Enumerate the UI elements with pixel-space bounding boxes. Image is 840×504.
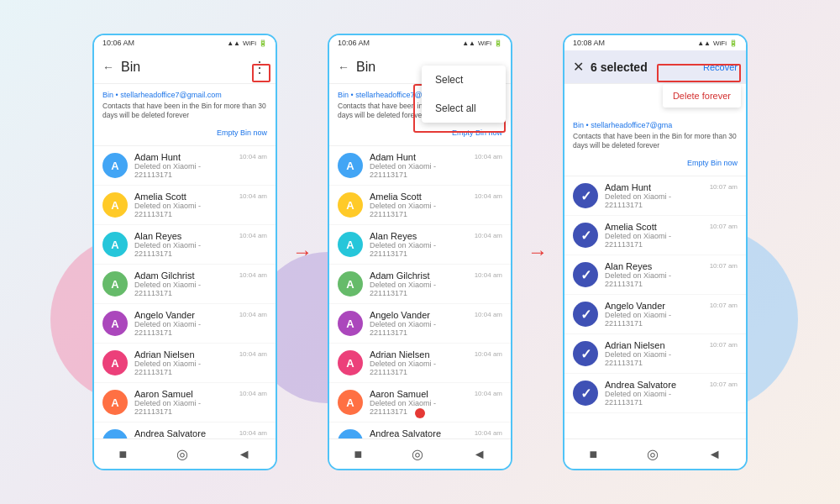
nav-back-2[interactable]: ◄ [473,447,486,462]
avatar: A [338,390,363,415]
avatar: A [338,350,363,375]
empty-bin-btn-3[interactable]: Empty Bin now [573,150,738,172]
contact-name: Angelo Vander [605,301,703,311]
contact-list-1: AAdam HuntDeleted on Xiaomi - 2211131711… [94,146,276,438]
email-1: Bin • stellarheadoffice7@gmail.com [102,91,267,99]
nav-circle-3[interactable]: ◎ [647,446,659,462]
contact-item[interactable]: ✓Amelia ScottDeleted on Xiaomi - 2211131… [564,216,746,255]
recover-button-3[interactable]: Recover [703,62,738,72]
contact-time: 10:07 am [710,222,738,230]
nav-square-3[interactable]: ■ [589,447,597,462]
contact-time: 10:04 am [475,349,502,358]
contact-item[interactable]: ✓Angelo VanderDeleted on Xiaomi - 221113… [564,295,746,334]
status-icons-3: ▲▲ WiFi 🔋 [697,39,738,47]
contact-item[interactable]: AAdrian NielsenDeleted on Xiaomi - 22111… [94,344,276,383]
contact-name: Adam Hunt [605,182,703,192]
contact-item[interactable]: AAndrea SalvatoreDeleted on Xiaomi - 221… [329,423,511,438]
avatar: A [102,311,128,336]
contact-item[interactable]: AAdam HuntDeleted on Xiaomi - 2211131711… [329,146,511,186]
avatar: ✓ [573,381,598,406]
contact-item[interactable]: AAlan ReyesDeleted on Xiaomi - 221113171… [94,225,276,265]
contact-time: 10:07 am [710,182,738,191]
contact-sub: Deleted on Xiaomi - 221113171 [370,241,468,258]
info-section-3: Bin • stellarheadoffice7@gma Contacts th… [564,114,746,176]
contact-name: Andrea Salvatore [370,428,468,438]
info-section-1: Bin • stellarheadoffice7@gmail.com Conta… [94,84,276,146]
contact-info: Adrian NielsenDeleted on Xiaomi - 221113… [370,349,468,376]
contact-sub: Deleted on Xiaomi - 221113171 [605,192,703,209]
back-button-2[interactable]: ← [338,60,349,74]
contact-name: Amelia Scott [134,192,233,202]
nav-back-1[interactable]: ◄ [238,447,251,462]
contact-info: Andrea SalvatoreDeleted on Xiaomi - 2211… [134,428,233,438]
avatar: ✓ [573,223,598,248]
contact-item[interactable]: AAdam GilchristDeleted on Xiaomi - 22111… [329,265,511,304]
delete-forever-btn[interactable]: Delete forever [663,84,741,108]
avatar: ✓ [573,183,598,208]
contact-time: 10:07 am [710,340,738,349]
contact-item[interactable]: AAdam HuntDeleted on Xiaomi - 2211131711… [94,146,276,186]
contact-sub: Deleted on Xiaomi - 221113171 [134,399,233,416]
contact-time: 10:04 am [239,231,267,239]
nav-square-1[interactable]: ■ [118,447,127,462]
warning-1: Contacts that have been in the Bin for m… [102,102,267,120]
contact-info: Amelia ScottDeleted on Xiaomi - 22111317… [370,192,468,218]
dropdown-select-all[interactable]: Select all [422,94,506,123]
contact-info: Adam GilchristDeleted on Xiaomi - 221113… [134,270,233,297]
contact-item[interactable]: ✓Andrea SalvatoreDeleted on Xiaomi - 221… [564,374,746,413]
avatar: A [102,192,128,218]
active-dot [415,408,425,418]
selected-count-3: 6 selected [591,60,648,74]
contact-time: 10:04 am [239,310,267,318]
close-button-3[interactable]: ✕ [573,59,584,75]
check-icon: ✓ [580,228,591,244]
menu-button-1[interactable]: ⋮ [252,58,267,76]
check-icon: ✓ [580,307,591,323]
nav-square-2[interactable]: ■ [354,447,362,462]
contact-item[interactable]: AAaron SamuelDeleted on Xiaomi - 2211131… [94,383,276,423]
arrow-1: → [292,240,312,264]
contact-item[interactable]: AAndrea SalvatoreDeleted on Xiaomi - 221… [94,423,276,438]
contact-item[interactable]: AAdrian NielsenDeleted on Xiaomi - 22111… [329,344,511,383]
contact-name: Andrea Salvatore [605,380,703,390]
contact-name: Adam Hunt [370,152,468,162]
contact-info: Adrian NielsenDeleted on Xiaomi - 221113… [134,349,233,376]
avatar: A [102,271,128,297]
avatar: A [102,350,128,375]
back-button-1[interactable]: ← [102,60,114,74]
contact-info: Aaron SamuelDeleted on Xiaomi - 22111317… [134,389,233,416]
contact-info: Angelo VanderDeleted on Xiaomi - 2211131… [134,310,233,337]
contact-item[interactable]: AAngelo VanderDeleted on Xiaomi - 221113… [94,304,276,344]
contact-info: Alan ReyesDeleted on Xiaomi - 221113171 [134,231,233,258]
contact-item[interactable]: AAlan ReyesDeleted on Xiaomi - 221113171… [329,225,511,265]
contact-time: 10:04 am [475,192,502,200]
warning-3: Contacts that have been in the Bin for m… [573,132,738,150]
contact-info: Angelo VanderDeleted on Xiaomi - 2211131… [370,310,468,337]
status-bar-3: 10:08 AM ▲▲ WiFi 🔋 [564,35,746,50]
nav-circle-2[interactable]: ◎ [412,446,423,462]
contact-sub: Deleted on Xiaomi - 221113171 [134,202,233,218]
contact-item[interactable]: AAngelo VanderDeleted on Xiaomi - 221113… [329,304,511,344]
nav-circle-1[interactable]: ◎ [176,446,188,462]
contact-item[interactable]: AAmelia ScottDeleted on Xiaomi - 2211131… [329,186,511,225]
wifi-icon-1: WiFi [243,39,256,47]
email-3: Bin • stellarheadoffice7@gma [573,121,738,129]
empty-bin-btn-2[interactable]: Empty Bin now [338,120,502,142]
phone-3: 10:08 AM ▲▲ WiFi 🔋 ✕ 6 selected Recover … [563,34,748,470]
contact-sub: Deleted on Xiaomi - 221113171 [134,320,233,337]
arrow-1-container: → [292,240,312,264]
dropdown-select[interactable]: Select [422,66,506,94]
contact-item[interactable]: ✓Adam HuntDeleted on Xiaomi - 2211131711… [564,176,746,216]
contact-sub: Deleted on Xiaomi - 221113171 [605,390,703,407]
contact-name: Andrea Salvatore [134,428,233,438]
contact-time: 10:04 am [239,152,267,160]
contact-sub: Deleted on Xiaomi - 221113171 [134,162,233,179]
contact-item[interactable]: ✓Alan ReyesDeleted on Xiaomi - 221113171… [564,255,746,295]
contact-info: Adam HuntDeleted on Xiaomi - 221113171 [134,152,233,179]
nav-back-3[interactable]: ◄ [708,447,722,462]
contact-item[interactable]: AAdam GilchristDeleted on Xiaomi - 22111… [94,265,276,304]
contact-item[interactable]: ✓Adrian NielsenDeleted on Xiaomi - 22111… [564,334,746,374]
empty-bin-btn-1[interactable]: Empty Bin now [102,120,267,142]
contact-item[interactable]: AAmelia ScottDeleted on Xiaomi - 2211131… [94,186,276,225]
contact-info: Adam HuntDeleted on Xiaomi - 221113171 [605,182,703,209]
